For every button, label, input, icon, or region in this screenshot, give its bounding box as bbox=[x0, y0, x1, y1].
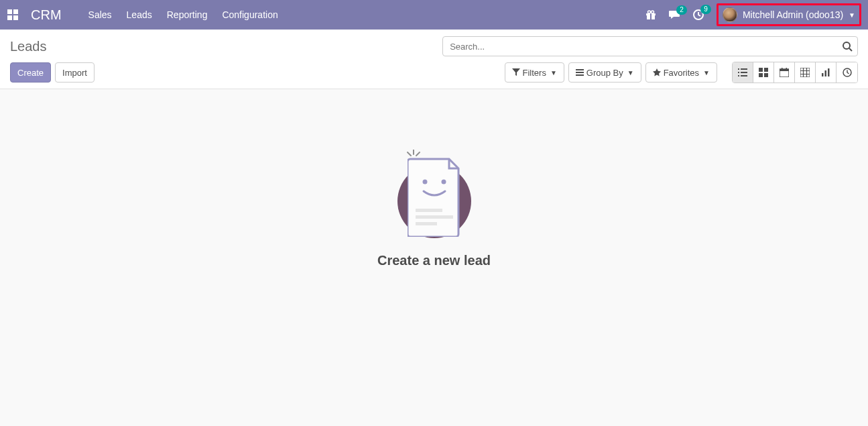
svg-rect-44 bbox=[416, 215, 453, 219]
svg-rect-15 bbox=[738, 68, 739, 70]
messages-badge: 2 bbox=[676, 5, 687, 15]
svg-rect-45 bbox=[416, 222, 437, 225]
view-pivot-button[interactable] bbox=[795, 62, 816, 83]
nav-links: Sales Leads Reporting Configuration bbox=[88, 9, 278, 20]
empty-state-title: Create a new lead bbox=[377, 253, 491, 268]
search-container bbox=[442, 36, 858, 56]
svg-rect-17 bbox=[738, 72, 739, 73]
svg-line-11 bbox=[849, 48, 852, 51]
nav-link-sales[interactable]: Sales bbox=[88, 9, 112, 20]
svg-rect-36 bbox=[828, 68, 830, 76]
user-menu[interactable]: Mitchell Admin (odoo13) ▼ bbox=[717, 3, 861, 26]
view-switcher bbox=[732, 62, 858, 83]
empty-state: Create a new lead bbox=[0, 89, 868, 295]
page-title: Leads bbox=[10, 39, 47, 54]
apps-icon[interactable] bbox=[7, 9, 19, 21]
svg-rect-13 bbox=[576, 72, 584, 73]
svg-rect-35 bbox=[825, 70, 827, 76]
view-calendar-button[interactable] bbox=[774, 62, 795, 83]
caret-down-icon: ▼ bbox=[703, 69, 710, 76]
top-navbar: CRM Sales Leads Reporting Configuration … bbox=[0, 0, 868, 30]
search-input[interactable] bbox=[442, 36, 858, 56]
nav-link-reporting[interactable]: Reporting bbox=[167, 9, 208, 20]
svg-point-7 bbox=[647, 11, 650, 13]
filters-label: Filters bbox=[523, 68, 546, 78]
svg-rect-26 bbox=[780, 69, 789, 71]
activities-badge: 9 bbox=[700, 5, 711, 14]
caret-down-icon: ▼ bbox=[627, 69, 634, 76]
star-icon bbox=[653, 68, 661, 76]
svg-rect-2 bbox=[7, 15, 12, 20]
svg-rect-19 bbox=[738, 75, 739, 76]
svg-rect-6 bbox=[650, 13, 652, 19]
app-brand[interactable]: CRM bbox=[31, 7, 62, 23]
view-list-button[interactable] bbox=[733, 62, 753, 83]
svg-point-8 bbox=[651, 11, 654, 13]
svg-rect-29 bbox=[800, 68, 810, 77]
filter-icon bbox=[512, 68, 520, 76]
activities-icon[interactable]: 9 bbox=[692, 9, 704, 21]
favorites-button[interactable]: Favorites ▼ bbox=[645, 62, 717, 83]
svg-rect-27 bbox=[782, 68, 783, 70]
favorites-label: Favorites bbox=[664, 68, 699, 78]
view-activity-button[interactable] bbox=[836, 62, 857, 83]
avatar bbox=[723, 7, 737, 22]
svg-point-42 bbox=[441, 180, 446, 184]
gift-icon[interactable] bbox=[645, 9, 656, 20]
control-panel: Leads Create Import Filters ▼ Group By ▼ bbox=[0, 30, 868, 89]
nav-link-leads[interactable]: Leads bbox=[127, 9, 152, 20]
svg-rect-0 bbox=[7, 9, 12, 14]
svg-rect-16 bbox=[741, 68, 747, 70]
view-kanban-button[interactable] bbox=[753, 62, 774, 83]
messages-icon[interactable]: 2 bbox=[668, 9, 680, 20]
svg-rect-12 bbox=[576, 69, 584, 70]
svg-line-39 bbox=[408, 152, 411, 156]
filters-button[interactable]: Filters ▼ bbox=[505, 62, 564, 83]
svg-rect-34 bbox=[822, 73, 824, 76]
caret-down-icon: ▼ bbox=[849, 11, 855, 19]
view-graph-button[interactable] bbox=[816, 62, 836, 83]
group-by-label: Group By bbox=[586, 68, 623, 78]
svg-point-41 bbox=[422, 180, 427, 184]
group-by-button[interactable]: Group By ▼ bbox=[568, 62, 641, 83]
svg-rect-22 bbox=[764, 68, 768, 72]
caret-down-icon: ▼ bbox=[550, 69, 557, 76]
list-icon bbox=[576, 68, 584, 76]
search-icon[interactable] bbox=[842, 41, 853, 52]
nav-link-configuration[interactable]: Configuration bbox=[222, 9, 277, 20]
svg-rect-20 bbox=[741, 75, 747, 76]
svg-rect-24 bbox=[764, 73, 768, 77]
user-name-label: Mitchell Admin (odoo13) bbox=[743, 9, 843, 20]
svg-rect-18 bbox=[741, 72, 747, 73]
svg-rect-14 bbox=[576, 74, 584, 76]
create-button[interactable]: Create bbox=[10, 62, 51, 83]
svg-rect-23 bbox=[759, 73, 763, 77]
svg-rect-1 bbox=[13, 9, 18, 14]
svg-rect-21 bbox=[759, 68, 763, 72]
svg-rect-43 bbox=[416, 209, 442, 212]
import-button[interactable]: Import bbox=[55, 62, 95, 83]
navbar-right: 2 9 Mitchell Admin (odoo13) ▼ bbox=[645, 3, 861, 26]
empty-illustration bbox=[394, 156, 475, 244]
svg-rect-28 bbox=[786, 68, 788, 70]
svg-line-40 bbox=[416, 152, 420, 156]
svg-rect-3 bbox=[13, 15, 18, 20]
svg-point-10 bbox=[843, 42, 850, 49]
